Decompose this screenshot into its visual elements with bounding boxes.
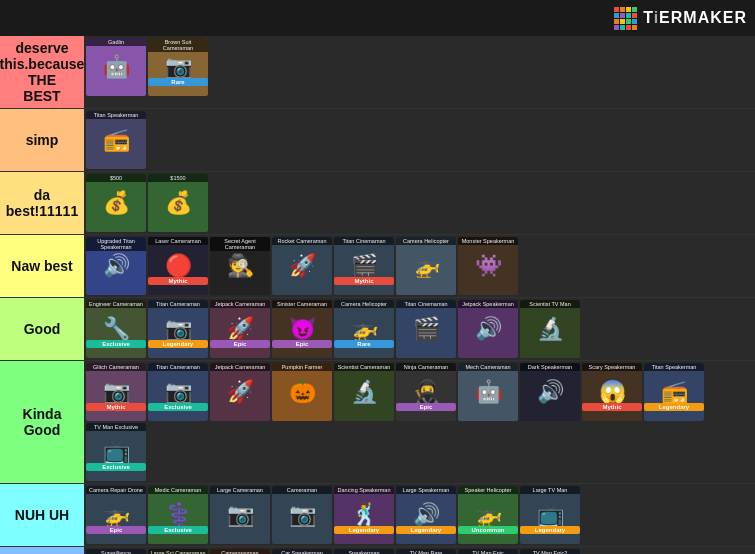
tier-item: 🔬Scientist TV Man: [520, 300, 580, 358]
tier-item: 🎬Titan Cinemaman: [396, 300, 456, 358]
tier-label-nawbest: Naw best: [0, 235, 84, 297]
tier-item: 🔧Engineer CameramanExclusive: [86, 300, 146, 358]
tier-item: 🚁Speaker HelicopterUncommon: [458, 486, 518, 544]
tier-row-simp: simp📻Titan Speakerman: [0, 109, 755, 172]
tier-item: 📷Large Cameraman: [210, 486, 270, 544]
tier-row-da: da best!11111💰$500💰$1500: [0, 172, 755, 235]
tier-label-trash: Trash: [0, 547, 84, 554]
tier-row-trash: Trash📷Surveillance CameramanEpic🔬Large S…: [0, 547, 755, 554]
tier-row-nuh: NUH UH🚁Camera Repair DroneEpic⚕️Medic Ca…: [0, 484, 755, 547]
tier-item: 📷Camerawoman: [210, 549, 270, 554]
tier-items-trash: 📷Surveillance CameramanEpic🔬Large Sci Ca…: [84, 547, 755, 554]
tier-item: 🚗Car SpeakermanUncommon: [272, 549, 332, 554]
tier-item: 📷Glitch CameramanMythic: [86, 363, 146, 421]
tier-item: 🚁Camera HelicopterRare: [334, 300, 394, 358]
tier-item: 📺TV Man RareRare: [396, 549, 456, 554]
tiermaker-logo: TiERMAKER: [614, 7, 747, 30]
tier-label-da: da best!11111: [0, 172, 84, 234]
logo-grid: [614, 7, 637, 30]
tier-item: 📺TV Man EpicRare: [458, 549, 518, 554]
tier-item: 🕺Dancing SpeakermanLegendary: [334, 486, 394, 544]
tier-items-s: 🤖Gadlin📷Brown Suit CameramanRare: [84, 36, 755, 108]
tier-items-kinda: 📷Glitch CameramanMythic📷Titan CameramanE…: [84, 361, 755, 483]
tier-row-nawbest: Naw best🔊Upgraded Titan Speakerman🔴Laser…: [0, 235, 755, 298]
tier-label-good: Good: [0, 298, 84, 360]
tier-label-simp: simp: [0, 109, 84, 171]
tier-item: 😈Sinister CameramanEpic: [272, 300, 332, 358]
tier-item: ⚕️Medic CameramanExclusive: [148, 486, 208, 544]
tier-item: 📷Titan CameramanLegendary: [148, 300, 208, 358]
logo-text: TiERMAKER: [643, 9, 747, 27]
tier-item: 🎃Pumpkin Farmer: [272, 363, 332, 421]
tier-item: 🎬Titan CinemamanMythic: [334, 237, 394, 295]
tier-item: 🤖Mech Cameraman: [458, 363, 518, 421]
tier-item: 📷Cameraman: [272, 486, 332, 544]
tier-item: 🚁Camera Repair DroneEpic: [86, 486, 146, 544]
tier-item: 🔬Scientist Cameraman: [334, 363, 394, 421]
tier-row-kinda: Kinda Good📷Glitch CameramanMythic📷Titan …: [0, 361, 755, 484]
tier-items-simp: 📻Titan Speakerman: [84, 109, 755, 171]
tier-row-good: Good🔧Engineer CameramanExclusive📷Titan C…: [0, 298, 755, 361]
tier-item: 💰$1500: [148, 174, 208, 232]
tier-list: deserve this.because THE BEST🤖Gadlin📷Bro…: [0, 36, 755, 554]
tier-item: 🔊Jetpack Speakerman: [458, 300, 518, 358]
tier-item: 📷Titan CameramanExclusive: [148, 363, 208, 421]
tier-item: 📻Titan Speakerman: [86, 111, 146, 169]
tier-item: 🚀Rocket Cameraman: [272, 237, 332, 295]
tier-item: 📻Titan SpeakermanLegendary: [644, 363, 704, 421]
tier-label-s: deserve this.because THE BEST: [0, 36, 84, 108]
tier-items-nuh: 🚁Camera Repair DroneEpic⚕️Medic Camerama…: [84, 484, 755, 546]
tier-item: 🤖Gadlin: [86, 38, 146, 96]
tier-item: 📷Surveillance CameramanEpic: [86, 549, 146, 554]
tier-item: 💰$500: [86, 174, 146, 232]
tier-item: 😱Scary SpeakermanMythic: [582, 363, 642, 421]
tier-item: 🔊Dark Speakerman: [520, 363, 580, 421]
tier-item: 📺TV Man ExclusiveExclusive: [86, 423, 146, 481]
tier-item: 🚀Jetpack Cameraman: [210, 363, 270, 421]
tier-item: 🔊Upgraded Titan Speakerman: [86, 237, 146, 295]
tier-label-nuh: NUH UH: [0, 484, 84, 546]
tier-item: 📺TV Man Epic2Epic: [520, 549, 580, 554]
tier-item: 📷Brown Suit CameramanRare: [148, 38, 208, 96]
tier-item: 👾Monster Speakerman: [458, 237, 518, 295]
tier-items-good: 🔧Engineer CameramanExclusive📷Titan Camer…: [84, 298, 755, 360]
tier-items-da: 💰$500💰$1500: [84, 172, 755, 234]
tier-items-nawbest: 🔊Upgraded Titan Speakerman🔴Laser Cameram…: [84, 235, 755, 297]
tier-row-s: deserve this.because THE BEST🤖Gadlin📷Bro…: [0, 36, 755, 109]
tier-item: 🥷Ninja CameramanEpic: [396, 363, 456, 421]
app-container: TiERMAKER deserve this.because THE BEST🤖…: [0, 0, 755, 554]
tier-item: 🔊Large SpeakermanLegendary: [396, 486, 456, 544]
tier-item: 🚁Camera Helicopter: [396, 237, 456, 295]
tier-item: 📺Large TV ManLegendary: [520, 486, 580, 544]
tier-item: 🚀Jetpack CameramanEpic: [210, 300, 270, 358]
tier-item: 🕵️Secret Agent Cameraman: [210, 237, 270, 295]
tier-label-kinda: Kinda Good: [0, 361, 84, 483]
tier-item: 🔴Laser CameramanMythic: [148, 237, 208, 295]
header: TiERMAKER: [0, 0, 755, 36]
tier-item: 🔬Large Sci Cameraman: [148, 549, 208, 554]
tier-item: 🔊Speakerman: [334, 549, 394, 554]
